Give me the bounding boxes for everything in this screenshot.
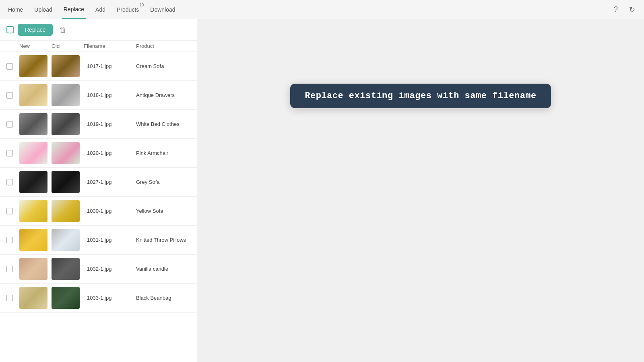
nav-products-wrapper: Products 10 <box>115 6 140 13</box>
row-product: White Bed Clothes <box>136 121 190 127</box>
header-old: Old <box>52 43 84 49</box>
row-checkbox[interactable] <box>6 295 13 301</box>
row-filename: 1018-1.jpg <box>84 92 136 98</box>
table-body: 1017-1.jpg Cream Sofa 1018-1.jpg Antique… <box>0 52 197 362</box>
nav-icon-group: ? ↻ <box>610 4 638 15</box>
table-row: 1031-1.jpg Knitted Throw Pillows <box>0 226 197 255</box>
table-header: New Old Filename Product <box>0 41 197 52</box>
table-row: 1017-1.jpg Cream Sofa <box>0 52 197 81</box>
refresh-icon[interactable]: ↻ <box>626 4 638 15</box>
row-product: Knitted Throw Pillows <box>136 237 190 243</box>
table-row: 1018-1.jpg Antique Drawers <box>0 81 197 110</box>
thumbnail-new <box>19 84 47 106</box>
toolbar: Replace 🗑 <box>0 19 197 41</box>
thumbnail-new <box>19 200 47 222</box>
row-product: Pink Armchair <box>136 150 190 156</box>
header-new: New <box>19 43 52 49</box>
thumbnail-new <box>19 113 47 135</box>
nav-replace[interactable]: Replace <box>62 0 86 19</box>
select-all-checkbox[interactable] <box>6 26 14 33</box>
row-checkbox[interactable] <box>6 92 13 99</box>
thumbnail-old <box>52 229 80 251</box>
table-row: 1033-1.jpg Black Beanbag <box>0 284 197 313</box>
row-product: Yellow Sofa <box>136 208 190 214</box>
nav-products[interactable]: Products <box>115 1 140 19</box>
row-checkbox[interactable] <box>6 179 13 185</box>
row-filename: 1020-1.jpg <box>84 150 136 156</box>
thumbnail-new <box>19 55 47 77</box>
row-checkbox[interactable] <box>6 208 13 214</box>
table-row: 1019-1.jpg White Bed Clothes <box>0 110 197 139</box>
thumbnail-old <box>52 113 80 135</box>
row-checkbox[interactable] <box>6 63 13 70</box>
thumbnail-old <box>52 84 80 106</box>
row-product: Grey Sofa <box>136 179 190 185</box>
table-row: 1027-1.jpg Grey Sofa <box>0 168 197 197</box>
header-filename: Filename <box>84 43 136 49</box>
delete-button[interactable]: 🗑 <box>57 23 70 36</box>
row-checkbox[interactable] <box>6 266 13 272</box>
row-checkbox[interactable] <box>6 121 13 128</box>
row-filename: 1031-1.jpg <box>84 237 136 243</box>
help-icon[interactable]: ? <box>610 4 621 15</box>
thumbnail-old <box>52 200 80 222</box>
row-product: Vanilla candle <box>136 266 190 272</box>
nav-add[interactable]: Add <box>94 1 107 19</box>
row-filename: 1030-1.jpg <box>84 208 136 214</box>
row-product: Cream Sofa <box>136 63 190 69</box>
row-filename: 1027-1.jpg <box>84 179 136 185</box>
right-panel: Replace existing images with same filena… <box>197 19 644 362</box>
thumbnail-old <box>52 55 80 77</box>
thumbnail-new <box>19 229 47 251</box>
top-navigation: Home Upload Replace Add Products 10 Down… <box>0 0 644 19</box>
thumbnail-old <box>52 171 80 193</box>
main-layout: Replace 🗑 New Old Filename Product 1017-… <box>0 19 644 362</box>
row-product: Black Beanbag <box>136 295 190 301</box>
row-product: Antique Drawers <box>136 92 190 98</box>
nav-upload[interactable]: Upload <box>33 1 54 19</box>
row-filename: 1032-1.jpg <box>84 266 136 272</box>
left-panel: Replace 🗑 New Old Filename Product 1017-… <box>0 19 197 362</box>
thumbnail-old <box>52 142 80 164</box>
row-filename: 1033-1.jpg <box>84 295 136 301</box>
tooltip-banner: Replace existing images with same filena… <box>290 84 551 108</box>
table-row: 1030-1.jpg Yellow Sofa <box>0 197 197 226</box>
thumbnail-new <box>19 142 47 164</box>
row-filename: 1017-1.jpg <box>84 63 136 69</box>
table-row: 1032-1.jpg Vanilla candle <box>0 255 197 284</box>
thumbnail-old <box>52 258 80 280</box>
header-product: Product <box>136 43 190 49</box>
thumbnail-new <box>19 258 47 280</box>
thumbnail-new <box>19 171 47 193</box>
replace-button[interactable]: Replace <box>18 24 53 36</box>
tooltip-text: Replace existing images with same filena… <box>305 91 537 101</box>
products-badge: 10 <box>139 3 144 7</box>
thumbnail-old <box>52 287 80 309</box>
row-filename: 1019-1.jpg <box>84 121 136 127</box>
nav-download[interactable]: Download <box>149 1 177 19</box>
thumbnail-new <box>19 287 47 309</box>
row-checkbox[interactable] <box>6 237 13 243</box>
table-row: 1020-1.jpg Pink Armchair <box>0 139 197 168</box>
row-checkbox[interactable] <box>6 150 13 156</box>
nav-home[interactable]: Home <box>6 1 25 19</box>
